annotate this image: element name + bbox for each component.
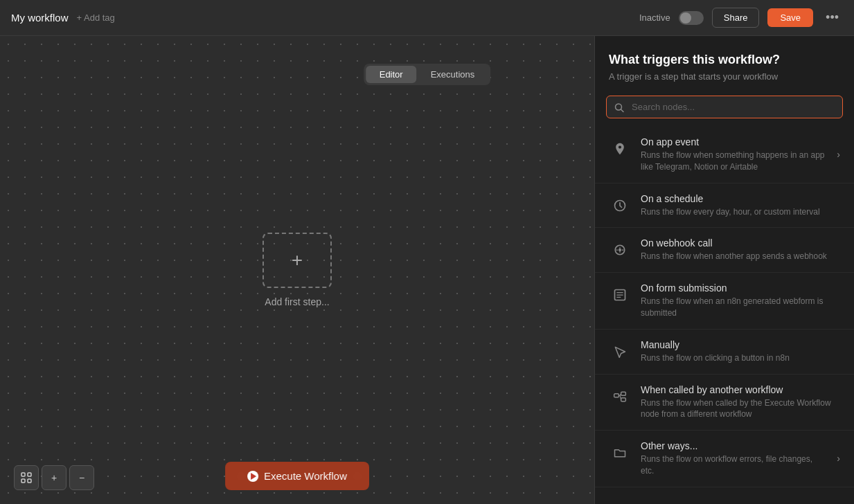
toggle-knob [680,12,691,24]
active-toggle[interactable] [679,11,704,25]
tab-editor[interactable]: Editor [366,66,417,83]
add-tag-button[interactable]: + Add tag [77,12,115,23]
play-triangle [251,473,256,480]
panel-title: What triggers this workflow? [609,53,840,67]
more-options-button[interactable]: ••• [821,8,843,28]
svg-rect-1 [28,473,31,476]
trigger-item-schedule[interactable]: On a schedule Runs the flow every day, h… [595,183,854,228]
save-button[interactable]: Save [767,8,813,27]
trigger-desc: Runs the flow on workflow errors, file c… [641,453,827,477]
trigger-name: Other ways... [641,440,827,451]
trigger-icon-subworkflow [609,386,631,408]
share-button[interactable]: Share [712,8,760,28]
trigger-item-webhook[interactable]: On webhook call Runs the flow when anoth… [595,228,854,273]
trigger-icon-app [609,138,631,160]
workflow-title: My workflow [11,12,69,24]
zoom-out-button[interactable]: − [69,465,94,490]
trigger-desc: Runs the flow every day, hour, or custom… [641,206,840,218]
trigger-desc: Runs the flow when something happens in … [641,150,827,173]
trigger-item-app-event[interactable]: On app event Runs the flow when somethin… [595,127,854,183]
search-container [595,90,854,127]
svg-rect-2 [21,479,25,483]
trigger-arrow: › [837,149,840,160]
trigger-name: On a schedule [641,193,840,204]
trigger-icon-webhook [609,239,631,261]
trigger-icon-form [609,284,631,306]
trigger-desc: Runs the flow on clicking a button in n8… [641,352,840,364]
zoom-in-icon: + [51,472,57,483]
right-panel: What triggers this workflow? A trigger i… [594,36,854,504]
trigger-icon-clock [609,195,631,217]
canvas[interactable]: + Add first step... + − [0,36,594,504]
trigger-list: On app event Runs the flow when somethin… [595,127,854,504]
main-content: Editor Executions + Add first step... + [0,36,854,504]
panel-header: What triggers this workflow? A trigger i… [595,36,854,90]
fit-view-button[interactable] [14,465,39,490]
play-icon [247,471,258,482]
svg-line-5 [621,109,624,112]
add-step-icon: + [292,249,303,271]
tabs-bar: Editor Executions [364,64,491,85]
trigger-item-called-workflow[interactable]: When called by another workflow Runs the… [595,375,854,431]
svg-rect-10 [621,392,626,395]
search-input[interactable] [606,96,843,118]
add-step-container: + Add first step... [263,233,332,307]
trigger-arrow: › [837,453,840,464]
trigger-icon-cursor [609,341,631,363]
trigger-name: On app event [641,136,827,147]
canvas-controls: + − [14,465,94,490]
trigger-desc: Runs the flow when called by the Execute… [641,397,840,421]
trigger-name: Manually [641,339,840,350]
zoom-in-button[interactable]: + [42,465,66,490]
trigger-item-form-submission[interactable]: On form submission Runs the flow when an… [595,273,854,330]
trigger-item-other-ways[interactable]: Other ways... Runs the flow on workflow … [595,431,854,487]
svg-rect-9 [614,393,619,397]
trigger-desc: Runs the flow when an n8n generated webf… [641,296,840,319]
tab-executions[interactable]: Executions [417,66,489,83]
inactive-label: Inactive [639,12,670,23]
execute-workflow-button[interactable]: Execute Workflow [225,462,369,490]
add-step-label: Add first step... [265,296,329,307]
trigger-desc: Runs the flow when another app sends a w… [641,251,840,262]
trigger-item-manually[interactable]: Manually Runs the flow on clicking a but… [595,330,854,375]
svg-rect-0 [21,473,25,476]
add-step-box[interactable]: + [263,233,332,288]
search-icon [614,102,624,114]
panel-subtitle: A trigger is a step that starts your wor… [609,71,840,82]
trigger-name: When called by another workflow [641,384,840,395]
trigger-name: On webhook call [641,237,840,249]
zoom-out-icon: − [79,472,84,483]
execute-workflow-label: Execute Workflow [264,470,347,482]
trigger-name: On form submission [641,282,840,294]
svg-rect-11 [621,397,626,401]
svg-rect-3 [28,479,31,483]
trigger-icon-folder [609,442,631,464]
topbar: My workflow + Add tag Inactive Share Sav… [0,0,854,36]
